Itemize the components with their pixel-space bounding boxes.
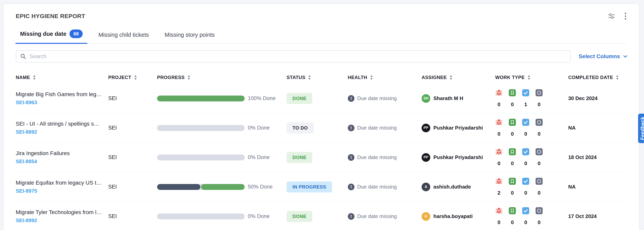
sort-icon[interactable]	[308, 75, 311, 80]
status-cell: DONE	[286, 93, 348, 104]
sort-icon[interactable]	[616, 75, 619, 80]
epic-name-cell: Jira Ingestion FailuresSEI-8854	[16, 150, 108, 165]
search-box[interactable]	[16, 50, 571, 62]
sort-icon[interactable]	[370, 75, 373, 80]
worktype-item: 0	[508, 178, 516, 196]
worktype-item: 0	[495, 207, 503, 226]
column-header-status[interactable]: STATUS	[286, 75, 348, 80]
sort-icon[interactable]	[450, 75, 452, 80]
bug-icon	[496, 207, 502, 214]
sort-icon[interactable]	[187, 75, 190, 80]
table-header-row: NAMEPROJECTPROGRESSSTATUSHEALTHASSIGNEEW…	[16, 71, 627, 84]
tab-label: Missing due date	[20, 31, 66, 37]
kebab-menu-icon[interactable]	[624, 12, 626, 20]
progress-label: 100% Done	[248, 95, 276, 101]
progress-cell: 0% Done	[157, 213, 286, 219]
ticket-link[interactable]: SEI-8854	[16, 158, 37, 165]
feedback-tab-label: Feedback	[640, 117, 644, 140]
avatar: H	[422, 212, 430, 221]
table-row: Migrate Tyler Technologies from lega...S…	[16, 202, 627, 230]
tab-missing-story-points[interactable]: Missing story points	[164, 30, 216, 43]
story-icon	[509, 148, 516, 155]
column-header-health[interactable]: HEALTH	[348, 75, 422, 80]
search-input[interactable]	[30, 53, 566, 60]
column-header-worktype[interactable]: WORK TYPE	[495, 75, 568, 80]
column-header-progress[interactable]: PROGRESS	[157, 75, 286, 80]
progress-label: 0% Done	[248, 154, 270, 160]
ticket-link[interactable]: SEI-8975	[16, 188, 37, 194]
assignee-name: Pushkar Priyadarshi	[434, 154, 483, 160]
worktype-item: 0	[508, 119, 516, 137]
select-columns-button[interactable]: Select Columns	[579, 53, 629, 60]
epic-hygiene-report-card: EPIC HYGIENE REPORT Missing due date68Mi…	[4, 4, 639, 230]
epic-name: SEI - UI - All strings / spellings shoul…	[16, 121, 102, 127]
ticket-link[interactable]: SEI-8892	[16, 129, 37, 135]
project-cell: SEI	[108, 95, 157, 101]
bug-icon	[496, 178, 502, 185]
progress-bar	[157, 214, 245, 219]
column-header-project[interactable]: PROJECT	[108, 75, 157, 80]
column-header-completed[interactable]: COMPLETED DATE	[568, 75, 627, 80]
column-header-name[interactable]: NAME	[16, 75, 108, 80]
sliders-icon[interactable]	[608, 12, 615, 20]
worktype-count: 0	[538, 219, 540, 226]
tab-count-badge: 68	[70, 29, 83, 38]
worktype-count: 0	[511, 131, 514, 137]
completed-date-cell: 18 Oct 2024	[568, 154, 627, 160]
sort-icon[interactable]	[33, 75, 36, 80]
health-text: Due date missing	[357, 95, 397, 101]
progress-label: 0% Done	[248, 125, 270, 131]
worktype-item: 0	[522, 178, 530, 196]
circle-work-icon	[536, 89, 543, 96]
worktype-item: 0	[495, 89, 503, 108]
worktype-item: 0	[495, 119, 503, 137]
epic-name: Jira Ingestion Failures	[16, 150, 102, 157]
column-header-label: NAME	[16, 75, 30, 80]
assignee-name: harsha.boyapati	[434, 213, 472, 219]
status-badge: TO DO	[286, 122, 314, 133]
story-icon	[509, 89, 516, 96]
task-icon	[522, 207, 529, 214]
task-icon	[522, 119, 529, 126]
column-header-label: PROGRESS	[157, 75, 184, 80]
worktype-count: 0	[524, 219, 527, 226]
tab-missing-child-tickets[interactable]: Missing child tickets	[98, 30, 150, 43]
bug-icon	[496, 89, 502, 96]
column-header-assignee[interactable]: ASSIGNEE	[422, 75, 495, 80]
worktype-item: 0	[535, 207, 543, 226]
worktype-count: 0	[498, 160, 500, 167]
progress-cell: 100% Done	[157, 95, 286, 101]
epic-name: Migrate Equifax from legacy US to SE...	[16, 180, 102, 186]
tab-missing-due-date[interactable]: Missing due date68	[19, 27, 84, 43]
assignee-name: Sharath M H	[434, 95, 463, 101]
sort-icon[interactable]	[528, 75, 530, 80]
status-badge: DONE	[286, 93, 312, 104]
health-cell: !Due date missing	[348, 184, 422, 190]
progress-bar	[157, 125, 245, 131]
bug-icon	[496, 148, 502, 155]
status-cell: DONE	[286, 152, 348, 163]
sort-icon[interactable]	[134, 75, 137, 80]
avatar: PP	[422, 153, 430, 162]
tab-bar: Missing due date68Missing child ticketsM…	[16, 27, 627, 44]
project-cell: SEI	[108, 213, 157, 219]
worktype-item: 2	[495, 178, 503, 196]
alert-icon: !	[348, 95, 354, 102]
alert-icon: !	[348, 184, 354, 190]
ticket-link[interactable]: SEI-8963	[16, 99, 37, 106]
worktype-cell: 2000	[495, 178, 568, 196]
worktype-item: 0	[508, 207, 516, 226]
alert-icon: !	[348, 213, 354, 220]
completed-date-cell: NA	[568, 125, 627, 131]
table-row: SEI - UI - All strings / spellings shoul…	[16, 113, 627, 143]
status-badge: IN PROGRESS	[286, 182, 332, 193]
avatar: PP	[422, 124, 430, 132]
chevron-down-icon	[623, 54, 628, 59]
feedback-tab[interactable]: Feedback	[638, 114, 644, 143]
worktype-count: 0	[538, 101, 540, 108]
avatar: A	[422, 183, 430, 191]
worktype-cell: 0000	[495, 119, 568, 137]
progress-cell: 0% Done	[157, 125, 286, 131]
epic-name-cell: SEI - UI - All strings / spellings shoul…	[16, 121, 108, 135]
ticket-link[interactable]: SEI-8992	[16, 218, 37, 224]
